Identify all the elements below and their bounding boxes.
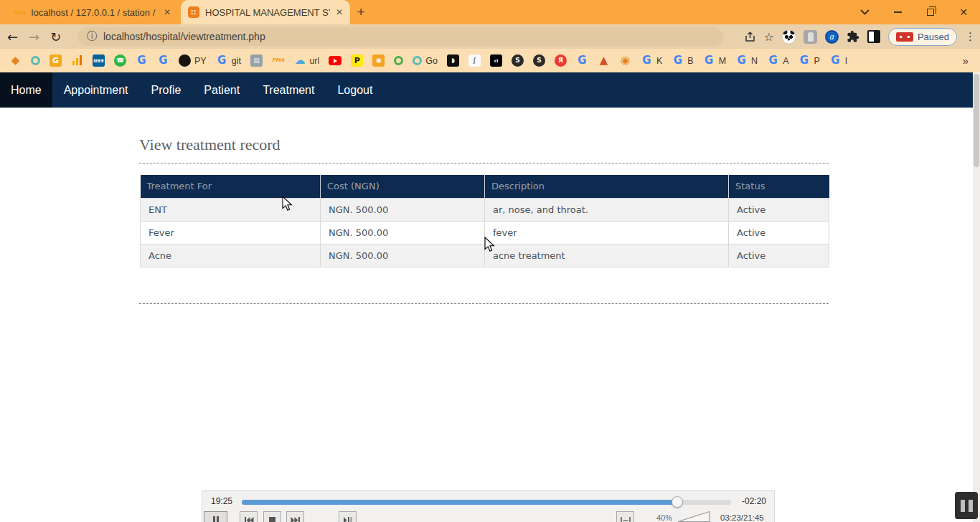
share-icon[interactable]	[744, 31, 756, 42]
github-icon	[179, 54, 191, 67]
close-tab-icon[interactable]: ✕	[164, 7, 171, 17]
bookmark-teal-ring-go[interactable]: Go	[413, 56, 438, 66]
bookmark-google[interactable]: G	[576, 54, 588, 67]
extensions-puzzle-icon[interactable]	[847, 30, 859, 43]
bookmark-eye[interactable]: ◉	[619, 54, 631, 67]
nav-item-logout[interactable]: Logout	[326, 72, 384, 108]
stop-button[interactable]	[263, 511, 281, 522]
screen: PMA localhost / 127.0.0.1 / station / ac…	[0, 0, 980, 522]
bookmark-p-yellow[interactable]: P	[351, 54, 363, 67]
bookmark-archive[interactable]: ▤	[250, 54, 263, 67]
bookmark-gold-cube[interactable]: G	[50, 54, 62, 67]
bookmark-ieee[interactable]: IEEE	[93, 54, 105, 67]
bookmark-google-n[interactable]: GN	[735, 54, 758, 67]
panda-extension-icon[interactable]	[782, 30, 796, 44]
cell-status: Active	[729, 221, 829, 244]
nav-item-patient[interactable]: Patient	[192, 72, 251, 108]
bookmark-google-m[interactable]: GM	[703, 54, 726, 67]
bookmark-label: A	[783, 56, 788, 66]
pause-icon	[213, 516, 215, 522]
bookmark-s-dark[interactable]: S	[512, 54, 524, 67]
cell-status: Active	[729, 198, 829, 221]
next-button[interactable]	[286, 511, 304, 522]
bookmark-github[interactable]: PY	[179, 54, 207, 67]
bookmark-google-b[interactable]: GB	[672, 54, 693, 67]
pause-button[interactable]	[204, 511, 227, 522]
back-button[interactable]: ←	[7, 29, 18, 44]
analytics-icon	[71, 54, 83, 67]
ab-marker-button[interactable]	[616, 511, 634, 522]
bookmark-google[interactable]: G	[157, 54, 169, 67]
nav-item-home[interactable]: Home	[0, 72, 52, 108]
bookmark-google-i[interactable]: GI	[829, 54, 847, 67]
bookmark-s-dark[interactable]: S	[533, 54, 545, 67]
page-scrollbar[interactable]	[973, 72, 980, 522]
paused-extension-pill[interactable]: Paused	[888, 28, 957, 46]
volume-slider[interactable]	[677, 511, 710, 522]
tab-phpmyadmin[interactable]: PMA localhost / 127.0.0.1 / station / ac…	[7, 0, 178, 24]
google-b-icon: G	[672, 54, 684, 67]
seek-knob[interactable]	[672, 496, 683, 508]
tab-hospital-management[interactable]: ∷ HOSPITAL MANAGEMENT SYSTE ✕	[181, 0, 350, 24]
split-screen-extension-icon[interactable]	[867, 30, 880, 43]
reload-button[interactable]: ↻	[50, 29, 61, 44]
bookmark-cl[interactable]: cl	[490, 54, 502, 67]
bookmark-analytics[interactable]	[71, 54, 83, 67]
seek-bar[interactable]	[242, 500, 731, 505]
new-tab-button[interactable]: +	[350, 0, 372, 24]
close-tab-icon[interactable]: ✕	[336, 7, 343, 17]
bookmarks-overflow-icon[interactable]: »	[963, 54, 980, 67]
browser-menu-icon[interactable]: ⋮	[965, 30, 976, 43]
table-header-row: Treatment For Cost (NGN) Description Sta…	[141, 175, 829, 198]
cell-cost: NGN. 500.00	[321, 244, 485, 267]
bookmark-cloud-url[interactable]: ☁url	[293, 54, 319, 67]
scrollbar-thumb[interactable]	[974, 74, 979, 167]
bookmark-whatsapp[interactable]: ☎	[114, 54, 126, 67]
sketch-person-icon: ʃ	[468, 54, 481, 67]
minimize-button[interactable]	[881, 0, 914, 24]
bookmark-sketch-person[interactable]: ʃ	[468, 54, 481, 67]
google-n-icon: G	[735, 54, 748, 67]
recorder-pause-button[interactable]	[955, 492, 978, 519]
bookmark-diamond[interactable]: ◆	[9, 54, 22, 67]
col-cost: Cost (NGN)	[321, 175, 485, 198]
hand-extension-icon[interactable]	[804, 30, 817, 44]
bookmark-teal-ring[interactable]	[31, 56, 40, 65]
a-extension-icon[interactable]: a	[825, 30, 839, 44]
bookmark-label: M	[719, 56, 726, 66]
bookmark-youtube[interactable]	[329, 56, 341, 65]
bookmark-google-a[interactable]: GA	[767, 54, 788, 67]
bookmark-phpmyadmin[interactable]: PMA	[272, 54, 285, 67]
bookmark-yandex[interactable]: Я	[555, 54, 567, 67]
bookmark-google-p[interactable]: GP	[798, 54, 819, 67]
bookmark-bird[interactable]: ◗	[447, 54, 459, 67]
col-description: Description	[485, 175, 729, 198]
close-window-button[interactable]: ✕	[947, 0, 980, 24]
previous-button[interactable]	[240, 511, 258, 522]
bookmark-google[interactable]: G	[136, 54, 148, 67]
forward-button[interactable]: →	[29, 29, 39, 44]
restore-icon	[927, 9, 934, 16]
nav-item-appointment[interactable]: Appointment	[52, 72, 140, 108]
nav-item-profie[interactable]: Profie	[140, 72, 193, 108]
bookmark-google-k[interactable]: GK	[641, 54, 662, 67]
browser-toolbar: ← → ↻ ⓘ localhost/hospital/viewtreatment…	[0, 24, 980, 49]
eye-icon: ◉	[619, 54, 631, 67]
nav-item-treatment[interactable]: Treatment	[251, 72, 326, 108]
teal-ring-go-icon	[413, 56, 422, 65]
minimize-icon	[894, 11, 902, 13]
tab-search-chevron-icon[interactable]	[848, 0, 881, 24]
whatsapp-icon: ☎	[114, 54, 126, 67]
address-bar[interactable]: ⓘ localhost/hospital/viewtreatment.php	[77, 27, 723, 46]
cell-treatment: Fever	[141, 221, 321, 244]
restore-button[interactable]	[914, 0, 947, 24]
bookmark-star-icon[interactable]: ☆	[764, 30, 774, 44]
frame-step-button[interactable]	[339, 511, 357, 522]
site-info-icon[interactable]: ⓘ	[87, 30, 97, 43]
bookmark-camera[interactable]: ◉	[372, 54, 385, 67]
bookmark-matlab[interactable]: ▲	[598, 54, 610, 67]
bookmark-google-git[interactable]: Ggit	[216, 54, 241, 67]
s-dark-icon: S	[512, 54, 524, 67]
bookmark-green-ring[interactable]	[394, 56, 403, 65]
cell-cost: NGN. 500.00	[321, 198, 485, 221]
